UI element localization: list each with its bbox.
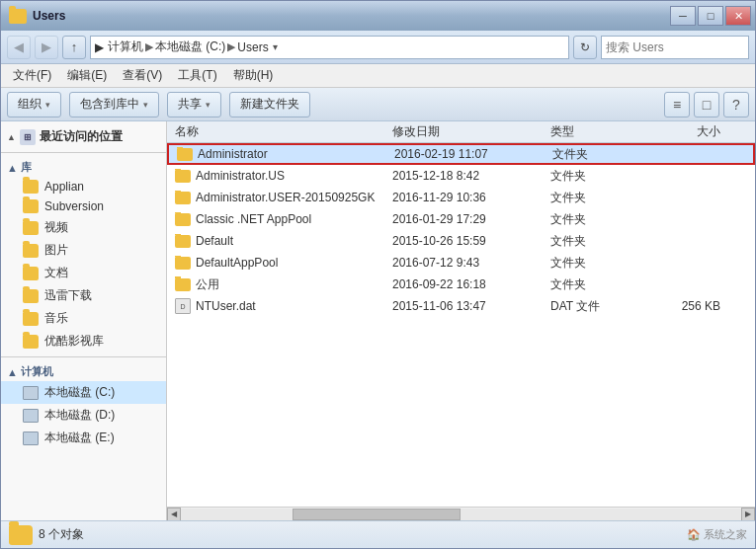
share-arrow: ▾ — [206, 100, 210, 110]
file-date-cell: 2016-01-29 17:29 — [388, 212, 546, 226]
xunlei-label: 迅雷下载 — [44, 287, 92, 304]
disk-c-label: 本地磁盘 (C:) — [44, 384, 115, 401]
file-date-cell: 2016-07-12 9:43 — [388, 256, 546, 270]
maximize-button[interactable]: □ — [698, 6, 723, 26]
youku-label: 优酷影视库 — [44, 333, 104, 350]
minimize-button[interactable]: ─ — [670, 6, 696, 26]
sidebar-item-applian[interactable]: Applian — [1, 177, 166, 196]
menu-bar: 文件(F) 编辑(E) 查看(V) 工具(T) 帮助(H) — [1, 64, 755, 88]
subversion-label: Subversion — [44, 199, 104, 213]
sidebar-item-youku[interactable]: 优酷影视库 — [1, 330, 166, 353]
new-folder-button[interactable]: 新建文件夹 — [229, 92, 310, 118]
col-header-name[interactable]: 名称 — [171, 123, 388, 140]
table-row[interactable]: DefaultAppPool 2016-07-12 9:43 文件夹 — [167, 252, 755, 274]
include-button[interactable]: 包含到库中 ▾ — [69, 92, 159, 118]
close-button[interactable]: ✕ — [725, 6, 751, 26]
table-row[interactable]: Administrator 2016-02-19 11:07 文件夹 — [167, 143, 755, 165]
folder-icon — [175, 278, 191, 291]
menu-file[interactable]: 文件(F) — [5, 65, 59, 86]
file-date-cell: 2016-02-19 11:07 — [390, 147, 548, 161]
pictures-label: 图片 — [44, 242, 68, 259]
refresh-button[interactable]: ↻ — [573, 36, 597, 59]
file-name-cell: D NTUser.dat — [171, 298, 388, 314]
window-icon — [9, 9, 27, 24]
toolbar2: 组织 ▾ 包含到库中 ▾ 共享 ▾ 新建文件夹 ≡ □ ? — [1, 88, 755, 121]
table-row[interactable]: Administrator.USER-20150925GK 2016-11-29… — [167, 187, 755, 208]
content-area: ▲ ⊞ 最近访问的位置 ▲ 库 Applian Subversion — [1, 121, 755, 520]
sidebar-item-disk-d[interactable]: 本地磁盘 (D:) — [1, 404, 166, 427]
h-scroll-right[interactable]: ▶ — [741, 508, 755, 521]
sidebar-item-video[interactable]: 视频 — [1, 216, 166, 239]
disk-e-icon — [23, 431, 39, 445]
disk-c-icon — [23, 386, 39, 400]
sidebar-item-music[interactable]: 音乐 — [1, 307, 166, 330]
back-button[interactable]: ◀ — [7, 36, 31, 59]
help-icon-button[interactable]: ? — [723, 92, 749, 118]
file-name: Administrator.USER-20150925GK — [196, 191, 375, 204]
col-header-date[interactable]: 修改日期 — [388, 123, 546, 140]
file-name: 公用 — [196, 276, 219, 293]
documents-label: 文档 — [44, 265, 68, 281]
h-scroll-left[interactable]: ◀ — [167, 508, 181, 521]
music-label: 音乐 — [44, 310, 68, 327]
menu-view[interactable]: 查看(V) — [115, 65, 170, 86]
sidebar-item-disk-c[interactable]: 本地磁盘 (C:) — [1, 381, 166, 404]
table-row[interactable]: Classic .NET AppPool 2016-01-29 17:29 文件… — [167, 208, 755, 230]
computer-label: 计算机 — [21, 364, 53, 379]
share-button[interactable]: 共享 ▾ — [167, 92, 221, 118]
video-icon — [23, 221, 39, 235]
menu-edit[interactable]: 编辑(E) — [59, 65, 115, 86]
sidebar-divider-2 — [1, 356, 166, 357]
sidebar-recent-label: 最近访问的位置 — [40, 128, 123, 145]
horizontal-scrollbar[interactable]: ◀ ▶ — [167, 507, 755, 520]
status-folder-icon — [9, 525, 33, 545]
addr-dropdown[interactable]: ▾ — [273, 41, 278, 52]
search-box[interactable]: 🔍 — [601, 36, 749, 59]
title-bar-buttons: ─ □ ✕ — [670, 6, 751, 26]
h-scroll-track[interactable] — [181, 509, 741, 520]
address-breadcrumb: ▶ 计算机 ▶ 本地磁盘 (C:) ▶ Users ▾ — [95, 39, 564, 55]
sidebar-item-documents[interactable]: 文档 — [1, 262, 166, 284]
file-name: Administrator.US — [196, 169, 285, 183]
file-name-cell: Administrator.USER-20150925GK — [171, 191, 388, 204]
file-size-cell: 256 KB — [645, 299, 724, 313]
sidebar-item-subversion[interactable]: Subversion — [1, 196, 166, 216]
sidebar-item-pictures[interactable]: 图片 — [1, 239, 166, 262]
addr-part-users[interactable]: Users — [237, 40, 268, 54]
sidebar-library-header[interactable]: ▲ 库 — [1, 156, 166, 177]
file-list: Administrator 2016-02-19 11:07 文件夹 Admin… — [167, 143, 755, 507]
folder-icon — [175, 235, 191, 248]
sidebar-item-disk-e[interactable]: 本地磁盘 (E:) — [1, 427, 166, 449]
file-date-cell: 2015-11-06 13:47 — [388, 299, 546, 313]
main-window: Users ─ □ ✕ ◀ ▶ ↑ ▶ 计算机 ▶ 本地磁盘 (C:) ▶ Us… — [0, 0, 756, 549]
menu-help[interactable]: 帮助(H) — [225, 65, 282, 86]
title-bar-left: Users — [9, 9, 65, 24]
sidebar-computer-header[interactable]: ▲ 计算机 — [1, 360, 166, 381]
search-input[interactable] — [606, 40, 754, 54]
sidebar-item-xunlei[interactable]: 迅雷下载 — [1, 284, 166, 307]
menu-tools[interactable]: 工具(T) — [170, 65, 224, 86]
addr-part-computer-label[interactable]: 计算机 — [108, 39, 143, 55]
file-type-cell: 文件夹 — [548, 146, 647, 163]
table-row[interactable]: D NTUser.dat 2015-11-06 13:47 DAT 文件 256… — [167, 295, 755, 317]
h-scroll-thumb[interactable] — [293, 509, 461, 520]
addr-sep-2: ▶ — [145, 40, 153, 53]
file-date-cell: 2015-10-26 15:59 — [388, 234, 546, 248]
address-bar[interactable]: ▶ 计算机 ▶ 本地磁盘 (C:) ▶ Users ▾ — [90, 36, 569, 59]
view-icon-button[interactable]: ≡ — [664, 92, 690, 118]
organize-button[interactable]: 组织 ▾ — [7, 92, 61, 118]
col-header-size[interactable]: 大小 — [645, 123, 724, 140]
file-name-cell: 公用 — [171, 276, 388, 293]
table-row[interactable]: 公用 2016-09-22 16:18 文件夹 — [167, 274, 755, 295]
status-right: 🏠 系统之家 — [687, 527, 747, 542]
recent-icon: ⊞ — [20, 129, 36, 145]
up-button[interactable]: ↑ — [62, 36, 86, 59]
sidebar-header-recent[interactable]: ▲ ⊞ 最近访问的位置 — [1, 125, 166, 148]
table-row[interactable]: Default 2015-10-26 15:59 文件夹 — [167, 230, 755, 252]
addr-part-disk[interactable]: 本地磁盘 (C:) — [155, 39, 225, 55]
forward-button[interactable]: ▶ — [35, 36, 58, 59]
col-header-type[interactable]: 类型 — [546, 123, 645, 140]
table-row[interactable]: Administrator.US 2015-12-18 8:42 文件夹 — [167, 165, 755, 187]
preview-button[interactable]: □ — [694, 92, 719, 118]
file-name: DefaultAppPool — [196, 256, 278, 270]
